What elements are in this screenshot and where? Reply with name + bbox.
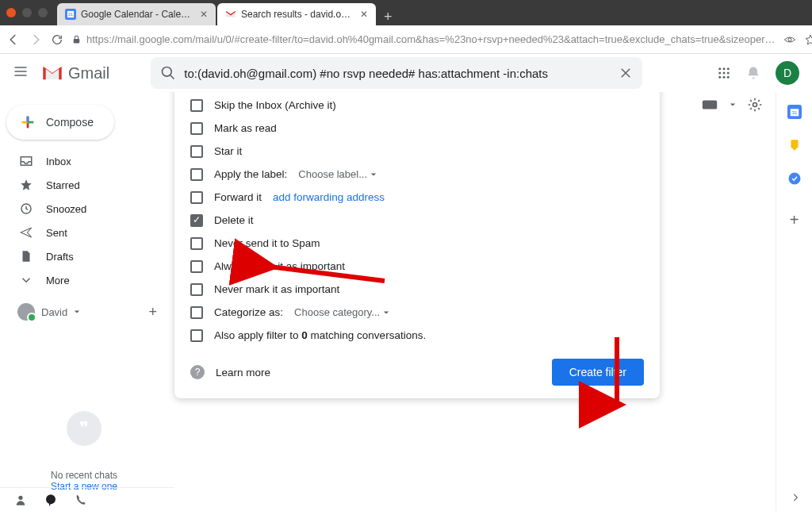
sidebar-item-more[interactable]: More [0, 268, 168, 292]
right-rail: 31 + [776, 92, 812, 511]
hangouts-chat-icon[interactable] [44, 494, 57, 506]
category-dropdown[interactable]: Choose category... [294, 306, 389, 318]
checkbox-never-spam[interactable] [190, 237, 203, 250]
nav-label: Sent [46, 227, 67, 239]
svg-point-28 [46, 494, 56, 504]
caret-down-icon [370, 171, 377, 178]
close-tab-icon[interactable]: ✕ [360, 9, 368, 20]
sidebar-item-drafts[interactable]: Drafts [0, 244, 168, 268]
add-forwarding-link[interactable]: add forwarding address [273, 191, 385, 203]
gmail-brand-text: Gmail [68, 64, 109, 83]
svg-point-26 [788, 173, 800, 185]
phone-icon[interactable] [75, 494, 87, 506]
sidebar-item-inbox[interactable]: Inbox [0, 149, 168, 173]
checkbox-star[interactable] [190, 145, 203, 158]
nav-label: Drafts [46, 251, 74, 263]
svg-point-22 [753, 103, 757, 107]
checkbox-also-apply[interactable] [190, 329, 203, 342]
nav-label: Inbox [46, 156, 71, 167]
gmail-app: Gmail D Compose Inbox Starred Snoozed Se… [0, 54, 812, 511]
svg-point-5 [788, 38, 791, 41]
tab-title: Search results - david.oh.3000 [241, 9, 355, 20]
annotation-arrow-create [601, 333, 633, 416]
caret-down-icon [383, 309, 389, 316]
forward-button[interactable] [29, 33, 43, 47]
sidebar-item-sent[interactable]: Sent [0, 221, 168, 244]
notifications-icon[interactable] [745, 65, 761, 81]
account-avatar[interactable]: D [776, 61, 799, 85]
browser-tab-gmail[interactable]: Search results - david.oh.3000 ✕ [217, 3, 376, 25]
sidebar: Compose Inbox Starred Snoozed Sent Draft… [0, 92, 174, 511]
sidebar-item-starred[interactable]: Starred [0, 173, 168, 197]
sidebar-item-snoozed[interactable]: Snoozed [0, 197, 168, 221]
help-icon[interactable]: ? [190, 365, 205, 379]
window-maximize[interactable] [38, 8, 48, 17]
clear-search-icon[interactable] [619, 66, 633, 80]
browser-toolbar: https://mail.google.com/mail/u/0/#create… [0, 25, 812, 54]
option-label: Categorize as: [214, 306, 283, 318]
user-switcher[interactable]: David + [0, 298, 168, 325]
search-bar[interactable] [151, 57, 642, 89]
gear-icon[interactable] [747, 97, 763, 113]
gmail-icon [41, 64, 63, 82]
input-tools-icon[interactable] [701, 98, 718, 111]
checkbox-delete[interactable] [190, 214, 203, 227]
url-bar[interactable]: https://mail.google.com/mail/u/0/#create… [71, 33, 776, 45]
hamburger-menu-icon[interactable] [13, 63, 29, 83]
svg-text:31: 31 [68, 12, 73, 17]
checkbox-apply-label[interactable] [190, 168, 203, 181]
back-button[interactable] [6, 33, 21, 47]
browser-tab-calendar[interactable]: 31 Google Calendar - Calendar set ✕ [57, 3, 216, 25]
compose-label: Compose [46, 116, 94, 129]
caret-down-icon [74, 309, 80, 315]
checkbox-always-important[interactable] [190, 260, 203, 273]
compose-button[interactable]: Compose [6, 105, 114, 140]
checkbox-skip-inbox[interactable] [190, 99, 203, 112]
svg-point-10 [718, 67, 721, 70]
browser-titlebar: 31 Google Calendar - Calendar set ✕ Sear… [0, 0, 812, 25]
gmail-logo[interactable]: Gmail [41, 64, 109, 83]
filter-row-always-important: Always mark it as important [190, 255, 644, 278]
search-input[interactable] [184, 67, 611, 80]
eye-icon[interactable] [783, 33, 796, 46]
add-user-button[interactable]: + [148, 304, 157, 321]
checkbox-forward[interactable] [190, 191, 203, 204]
toolbar-right [701, 97, 763, 113]
reload-button[interactable] [51, 33, 63, 46]
collapse-rail-icon[interactable] [790, 492, 801, 506]
filter-row-skip-inbox: Skip the Inbox (Archive it) [190, 94, 644, 117]
svg-point-12 [727, 67, 730, 70]
calendar-addon-icon[interactable]: 31 [787, 105, 802, 119]
person-icon[interactable] [14, 494, 27, 506]
add-addon-button[interactable]: + [790, 211, 799, 229]
keep-addon-icon[interactable] [787, 138, 802, 152]
annotation-arrow-delete [262, 257, 389, 292]
option-label: Skip the Inbox (Archive it) [214, 99, 336, 111]
send-icon [19, 225, 33, 240]
no-chats-text: No recent chats [13, 470, 155, 481]
close-tab-icon[interactable]: ✕ [200, 9, 208, 20]
window-close[interactable] [6, 8, 16, 17]
label-dropdown[interactable]: Choose label... [298, 168, 377, 180]
filter-row-never-important: Never mark it as important [190, 278, 644, 301]
window-minimize[interactable] [22, 8, 32, 17]
nav-label: Snoozed [46, 203, 86, 215]
caret-down-icon[interactable] [730, 102, 736, 108]
compose-plus-icon [19, 113, 36, 131]
star-icon[interactable] [804, 33, 812, 46]
checkbox-mark-read[interactable] [190, 122, 203, 135]
new-tab-button[interactable]: + [377, 9, 399, 25]
search-icon[interactable] [160, 65, 176, 81]
tasks-addon-icon[interactable] [787, 171, 802, 186]
svg-point-18 [727, 76, 730, 79]
checkbox-never-important[interactable] [190, 283, 203, 296]
learn-more-link[interactable]: Learn more [216, 367, 270, 378]
svg-point-14 [723, 72, 726, 75]
apps-grid-icon[interactable] [717, 66, 731, 80]
option-label: Apply the label: [214, 168, 287, 180]
filter-row-mark-read: Mark as read [190, 117, 644, 140]
svg-text:31: 31 [791, 110, 797, 115]
star-icon [19, 178, 33, 192]
calendar-favicon-icon: 31 [65, 9, 76, 20]
checkbox-categorize[interactable] [190, 306, 203, 319]
